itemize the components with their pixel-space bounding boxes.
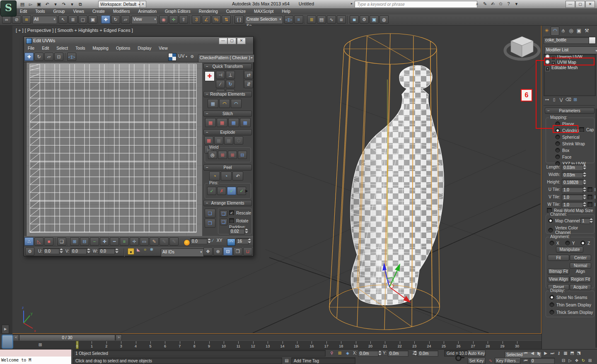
menu-display[interactable]: Display: [134, 45, 155, 52]
grow-planar-icon[interactable]: ⊞: [70, 237, 79, 246]
u-field[interactable]: 0.0: [43, 248, 60, 254]
use-pivot-point-icon[interactable]: ◉: [159, 15, 168, 24]
soft-selection-spinner[interactable]: [207, 238, 211, 244]
show-hidden-edges-icon[interactable]: ○: [142, 246, 148, 253]
communication-center-icon[interactable]: ✎: [481, 1, 489, 7]
pin-stack-icon[interactable]: ⊶: [544, 97, 551, 103]
face-subobject-icon[interactable]: ■: [44, 237, 53, 246]
vertex-subobject-icon[interactable]: ∴: [24, 237, 34, 246]
select-and-move-icon[interactable]: ✚: [101, 15, 110, 24]
mapping-planar-radio[interactable]: Planar: [555, 121, 586, 126]
rollout-quick-transform[interactable]: −Quick Transform: [203, 63, 252, 70]
paint-grow-icon[interactable]: ✎: [160, 237, 169, 246]
center-button[interactable]: Center: [570, 255, 591, 261]
v-field[interactable]: 0.0: [70, 248, 87, 254]
undo-icon[interactable]: ↶: [43, 1, 51, 7]
mini-curve2-icon[interactable]: ⬔: [575, 350, 582, 357]
falloff-space-toggle[interactable]: XY: [217, 238, 222, 243]
undo-dropdown-icon[interactable]: ▾: [51, 1, 60, 7]
w-field[interactable]: 0.0: [99, 248, 115, 254]
uv-freeform-icon[interactable]: ⊡: [54, 53, 63, 61]
stitch-custom-icon[interactable]: ▦: [205, 118, 216, 127]
grow-selection-icon[interactable]: ✚: [100, 237, 109, 246]
padding-field[interactable]: 0.02: [229, 228, 245, 234]
pan-icon[interactable]: ❖: [203, 247, 213, 256]
texture-checker-dropdown[interactable]: CheckerPattern ( Checker )▼: [198, 54, 254, 63]
time-slider-handle[interactable]: 0 / 30: [19, 335, 115, 341]
w-tile-field[interactable]: 1.0: [562, 202, 583, 208]
track-bar[interactable]: ⊞ 01234567891011121314151617181920212223…: [12, 340, 541, 349]
menu-create[interactable]: Create: [88, 8, 109, 14]
rollout-explode[interactable]: −Explode: [203, 129, 252, 135]
rotate-cw-icon[interactable]: ↻: [226, 80, 235, 88]
previous-frame-icon[interactable]: ◀: [529, 350, 536, 357]
unlink-selection-icon[interactable]: ⊘: [12, 15, 21, 24]
falloff-linear-icon[interactable]: ∕: [213, 238, 213, 243]
menu-group[interactable]: Group: [49, 8, 69, 14]
brush-size-spinner[interactable]: [247, 238, 251, 244]
rollout-parameters[interactable]: −Parameters: [545, 108, 595, 114]
align-axis-y-radio[interactable]: Y: [565, 241, 575, 246]
mini-curve1-icon[interactable]: ⬒: [569, 350, 575, 357]
set-key-big-icon[interactable]: [455, 351, 465, 363]
angle-snap-icon[interactable]: ∠: [202, 15, 211, 24]
isolate-pin-icon[interactable]: ⚲: [329, 350, 335, 357]
x-spinner[interactable]: [377, 350, 382, 356]
pan-view-icon[interactable]: ❖: [573, 357, 580, 364]
bind-to-space-warp-icon[interactable]: ≋: [22, 15, 31, 24]
active-tool-swatch-icon[interactable]: ✚: [205, 71, 215, 81]
select-object-icon[interactable]: ↖: [58, 15, 68, 24]
menu-animation[interactable]: Animation: [134, 8, 160, 14]
maximize-viewport-icon[interactable]: ⊞: [587, 357, 593, 364]
go-to-end-icon[interactable]: ⏭: [549, 350, 556, 357]
visibility-bulb-icon[interactable]: [545, 54, 550, 59]
height-field[interactable]: 0.18828: [562, 179, 583, 186]
pack-together-icon[interactable]: ❐: [205, 219, 215, 228]
falloff-type-icon[interactable]: ◠: [227, 239, 235, 246]
flatten-by-id-icon[interactable]: ▦: [224, 136, 233, 145]
select-and-manipulate-icon[interactable]: ✛: [169, 15, 178, 24]
orbit-icon[interactable]: ↻: [580, 357, 587, 364]
rescale-checkbox[interactable]: ✓Rescale: [229, 210, 251, 215]
snap-magnet-icon[interactable]: ⊔: [243, 247, 252, 256]
isolate-icon[interactable]: ▷: [567, 357, 573, 364]
open-mini-curve-editor-icon[interactable]: ⊞: [36, 342, 44, 348]
tab-hierarchy[interactable]: ⫛: [559, 27, 567, 35]
relax-until-flat-icon[interactable]: ▦: [208, 99, 218, 108]
search-binoculars-icon[interactable]: ⌕: [473, 1, 481, 7]
tab-create[interactable]: ✳: [543, 27, 551, 35]
edit-named-selection-sets-icon[interactable]: { }: [234, 15, 244, 24]
ring-grow-icon[interactable]: ✛: [130, 237, 139, 246]
unpin-tool-icon[interactable]: ✗: [217, 187, 226, 195]
spinner[interactable]: [582, 179, 587, 185]
rollout-arrange-elements[interactable]: −Arrange Elements: [203, 200, 252, 206]
layer-manager-icon[interactable]: ≣: [307, 15, 316, 24]
mapping-box-radio[interactable]: Box: [555, 148, 586, 153]
side-strip-flyout-icon[interactable]: ▶: [2, 325, 9, 334]
target-weld-icon[interactable]: ◎: [208, 151, 217, 159]
workspace-flyout-icon[interactable]: ▾: [140, 1, 146, 8]
tab-utilities[interactable]: ⚒: [583, 27, 591, 35]
rotate-elements-icon[interactable]: ❏: [220, 219, 227, 225]
display-thin-seam-display-radio[interactable]: Thin Seam Display: [549, 302, 593, 307]
next-frame-slider-button[interactable]: >: [116, 335, 122, 341]
rescale-elements-icon[interactable]: ❏: [220, 210, 227, 217]
menu-file[interactable]: File: [24, 45, 38, 52]
spinner-snap-icon[interactable]: ⇅: [222, 15, 231, 24]
menu-edit[interactable]: Edit: [38, 45, 53, 52]
stack-item-unwrap-uvw[interactable]: ▪Unwrap UVW: [544, 54, 595, 60]
play-icon[interactable]: ▶: [536, 350, 542, 357]
minimized-window-icon[interactable]: [2, 335, 13, 349]
uv-move-icon[interactable]: ✚: [24, 53, 34, 61]
u-spinner[interactable]: [59, 248, 63, 254]
stitch-average-icon[interactable]: ▦: [228, 118, 239, 127]
width-field[interactable]: 0.03m: [562, 172, 583, 178]
select-and-rotate-icon[interactable]: ↻: [111, 15, 120, 24]
align-icon[interactable]: ≡: [294, 15, 303, 24]
v-tile-field[interactable]: 1.0: [562, 194, 583, 200]
soft-selection-value-field[interactable]: 0.0: [190, 238, 208, 244]
weld-selected-icon[interactable]: ⊞: [218, 151, 227, 159]
absolute-offset-icon[interactable]: ◈: [344, 350, 351, 357]
material-editor-icon[interactable]: ◙: [350, 15, 359, 24]
paint-select-icon[interactable]: ✎: [150, 237, 159, 246]
